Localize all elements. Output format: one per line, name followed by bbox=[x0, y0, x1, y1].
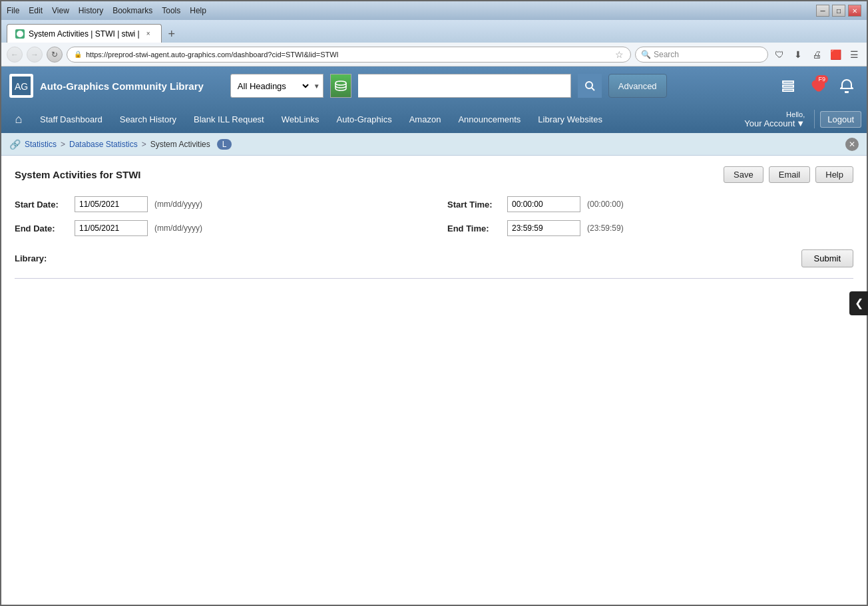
search-input[interactable] bbox=[358, 75, 570, 97]
forward-button[interactable]: → bbox=[27, 47, 43, 63]
database-icon[interactable] bbox=[330, 74, 351, 98]
svg-point-3 bbox=[335, 81, 346, 85]
svg-rect-7 bbox=[783, 85, 793, 87]
advanced-button[interactable]: Advanced bbox=[608, 74, 667, 98]
svg-text:AG: AG bbox=[15, 81, 28, 92]
start-time-label: Start Time: bbox=[447, 200, 501, 210]
start-time-hint: (00:00:00) bbox=[587, 200, 624, 209]
dropdown-chevron-icon: ▼ bbox=[311, 82, 323, 90]
headings-select[interactable]: All Headings bbox=[231, 75, 311, 97]
browser-search-bar[interactable]: 🔍 Search bbox=[635, 47, 768, 63]
svg-rect-8 bbox=[783, 89, 793, 91]
breadcrumb-database-statistics[interactable]: Database Statistics bbox=[69, 140, 138, 149]
start-date-label: Start Date: bbox=[15, 200, 68, 210]
maximize-button[interactable]: □ bbox=[832, 5, 845, 17]
end-date-input[interactable] bbox=[75, 220, 148, 236]
search-button[interactable] bbox=[578, 74, 602, 98]
account-chevron-icon: ▼ bbox=[796, 118, 805, 128]
list-view-icon[interactable] bbox=[776, 74, 800, 98]
svg-point-0 bbox=[17, 31, 23, 37]
nav-staff-dashboard[interactable]: Staff Dashboard bbox=[32, 110, 110, 128]
menu-history[interactable]: History bbox=[79, 6, 103, 15]
menu-icon[interactable]: ☰ bbox=[847, 47, 861, 62]
close-breadcrumb-button[interactable]: ✕ bbox=[845, 138, 859, 151]
menu-tools[interactable]: Tools bbox=[162, 6, 180, 15]
breadcrumb-icon: 🔗 bbox=[9, 139, 21, 150]
minimize-button[interactable]: ─ bbox=[816, 5, 829, 17]
tab-label: System Activities | STWI | stwi | bbox=[29, 29, 140, 39]
save-button[interactable]: Save bbox=[724, 166, 763, 183]
url-bar[interactable]: 🔒 https://preprod-stwi-agent.auto-graphi… bbox=[67, 47, 631, 63]
help-button[interactable]: Help bbox=[815, 166, 853, 183]
nav-search-history[interactable]: Search History bbox=[112, 110, 184, 128]
notifications-icon[interactable] bbox=[835, 74, 859, 98]
breadcrumb-badge: L bbox=[217, 139, 232, 150]
nav-weblinks[interactable]: WebLinks bbox=[274, 110, 327, 128]
tab-favicon bbox=[15, 29, 25, 39]
logout-button[interactable]: Logout bbox=[820, 111, 861, 128]
section-divider bbox=[15, 278, 853, 279]
refresh-button[interactable]: ↻ bbox=[47, 47, 63, 63]
favorites-icon[interactable]: F9 bbox=[805, 74, 829, 98]
new-tab-button[interactable]: + bbox=[163, 25, 180, 43]
app-logo-text: Auto-Graphics Community Library bbox=[40, 80, 204, 92]
svg-point-4 bbox=[586, 82, 592, 88]
end-time-input[interactable] bbox=[507, 220, 580, 236]
bookmark-icon[interactable]: ☆ bbox=[615, 49, 624, 60]
menu-bookmarks[interactable]: Bookmarks bbox=[112, 6, 152, 15]
library-label: Library: bbox=[15, 253, 68, 263]
breadcrumb-sep-2: > bbox=[142, 140, 146, 149]
home-button[interactable]: ⌂ bbox=[7, 107, 31, 131]
email-button[interactable]: Email bbox=[769, 166, 811, 183]
search-type-dropdown[interactable]: All Headings ▼ bbox=[230, 74, 324, 98]
nav-amazon[interactable]: Amazon bbox=[401, 110, 449, 128]
breadcrumb-sep-1: > bbox=[61, 140, 65, 149]
back-button[interactable]: ← bbox=[7, 47, 23, 63]
start-date-hint: (mm/dd/yyyy) bbox=[154, 200, 202, 209]
svg-line-5 bbox=[592, 88, 594, 90]
browser-search-text: Search bbox=[654, 50, 679, 59]
security-icon: 🔒 bbox=[74, 51, 82, 58]
breadcrumb-statistics[interactable]: Statistics bbox=[25, 140, 57, 149]
menu-view[interactable]: View bbox=[52, 6, 69, 15]
nav-announcements[interactable]: Announcements bbox=[450, 110, 529, 128]
search-input-wrap bbox=[358, 74, 571, 98]
end-time-hint: (23:59:59) bbox=[587, 224, 624, 233]
end-time-label: End Time: bbox=[447, 224, 501, 233]
nav-library-websites[interactable]: Library Websites bbox=[530, 110, 610, 128]
download-icon[interactable]: ⬇ bbox=[791, 47, 805, 62]
main-content: System Activities for STWI Save Email He… bbox=[1, 156, 867, 605]
active-tab[interactable]: System Activities | STWI | stwi | × bbox=[7, 24, 162, 43]
extension-icon[interactable]: 🟥 bbox=[828, 47, 843, 62]
start-date-input[interactable] bbox=[75, 196, 148, 212]
breadcrumb-system-activities: System Activities bbox=[150, 140, 210, 149]
svg-rect-6 bbox=[783, 81, 793, 83]
end-date-label: End Date: bbox=[15, 224, 68, 233]
nav-auto-graphics[interactable]: Auto-Graphics bbox=[329, 110, 400, 128]
shield-icon[interactable]: 🛡 bbox=[772, 47, 787, 62]
menu-edit[interactable]: Edit bbox=[29, 6, 43, 15]
favorites-badge: F9 bbox=[815, 75, 828, 83]
close-button[interactable]: ✕ bbox=[848, 5, 861, 17]
nav-blank-ill-request[interactable]: Blank ILL Request bbox=[186, 110, 272, 128]
hello-text: Hello, bbox=[786, 110, 805, 118]
submit-button[interactable]: Submit bbox=[801, 249, 853, 267]
print-icon[interactable]: 🖨 bbox=[809, 47, 824, 62]
menu-file[interactable]: File bbox=[7, 6, 19, 15]
browser-search-icon: 🔍 bbox=[641, 50, 651, 59]
start-time-input[interactable] bbox=[507, 196, 580, 212]
sidebar-toggle-button[interactable]: ❮ bbox=[849, 291, 868, 315]
your-account-button[interactable]: Your Account ▼ bbox=[744, 118, 805, 128]
page-title: System Activities for STWI bbox=[15, 169, 141, 180]
app-logo-icon: AG bbox=[9, 74, 33, 98]
end-date-hint: (mm/dd/yyyy) bbox=[154, 224, 202, 233]
menu-help[interactable]: Help bbox=[190, 6, 206, 15]
url-text: https://preprod-stwi-agent.auto-graphics… bbox=[86, 51, 611, 59]
tab-close-button[interactable]: × bbox=[144, 29, 153, 39]
